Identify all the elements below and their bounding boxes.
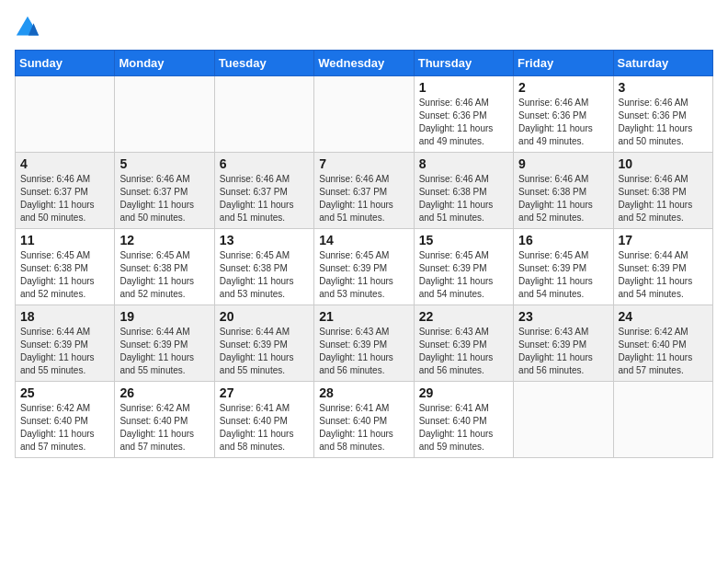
day-info: Sunrise: 6:45 AM Sunset: 6:39 PM Dayligh… [518, 249, 608, 301]
calendar-cell: 27Sunrise: 6:41 AM Sunset: 6:40 PM Dayli… [214, 382, 313, 458]
day-number: 3 [619, 80, 708, 95]
day-number: 14 [319, 233, 408, 247]
calendar-cell: 12Sunrise: 6:45 AM Sunset: 6:38 PM Dayli… [115, 229, 214, 305]
calendar-week-1: 1Sunrise: 6:46 AM Sunset: 6:36 PM Daylig… [16, 76, 713, 153]
calendar-cell: 14Sunrise: 6:45 AM Sunset: 6:39 PM Dayli… [314, 229, 414, 305]
day-number: 19 [119, 309, 209, 324]
day-info: Sunrise: 6:42 AM Sunset: 6:40 PM Dayligh… [20, 402, 109, 454]
weekday-header-friday: Friday [514, 51, 613, 76]
day-info: Sunrise: 6:46 AM Sunset: 6:37 PM Dayligh… [319, 173, 408, 224]
day-number: 15 [419, 233, 508, 247]
day-info: Sunrise: 6:43 AM Sunset: 6:39 PM Dayligh… [518, 326, 608, 377]
calendar-cell [514, 382, 613, 458]
day-number: 11 [20, 233, 109, 247]
calendar-table: SundayMondayTuesdayWednesdayThursdayFrid… [15, 50, 713, 458]
day-number: 9 [518, 156, 608, 171]
day-number: 24 [619, 309, 708, 324]
weekday-header-tuesday: Tuesday [214, 51, 313, 76]
day-info: Sunrise: 6:41 AM Sunset: 6:40 PM Dayligh… [419, 402, 508, 454]
day-number: 27 [220, 385, 309, 400]
calendar-cell: 5Sunrise: 6:46 AM Sunset: 6:37 PM Daylig… [115, 153, 214, 229]
calendar-cell: 10Sunrise: 6:46 AM Sunset: 6:38 PM Dayli… [613, 153, 712, 229]
calendar-cell: 25Sunrise: 6:42 AM Sunset: 6:40 PM Dayli… [16, 382, 115, 458]
day-info: Sunrise: 6:46 AM Sunset: 6:36 PM Dayligh… [619, 97, 708, 148]
calendar-cell: 18Sunrise: 6:44 AM Sunset: 6:39 PM Dayli… [16, 305, 115, 382]
calendar-cell [115, 76, 214, 153]
day-info: Sunrise: 6:42 AM Sunset: 6:40 PM Dayligh… [119, 402, 209, 454]
day-info: Sunrise: 6:44 AM Sunset: 6:39 PM Dayligh… [220, 326, 309, 377]
day-number: 4 [20, 156, 109, 171]
calendar-cell: 4Sunrise: 6:46 AM Sunset: 6:37 PM Daylig… [16, 153, 115, 229]
day-number: 28 [319, 385, 408, 400]
calendar-cell: 8Sunrise: 6:46 AM Sunset: 6:38 PM Daylig… [414, 153, 513, 229]
page-header [15, 15, 713, 40]
day-info: Sunrise: 6:44 AM Sunset: 6:39 PM Dayligh… [20, 326, 109, 377]
weekday-header-saturday: Saturday [613, 51, 712, 76]
day-number: 20 [220, 309, 309, 324]
weekday-header-sunday: Sunday [16, 51, 115, 76]
day-number: 7 [319, 156, 408, 171]
calendar-cell [613, 382, 712, 458]
calendar-week-3: 11Sunrise: 6:45 AM Sunset: 6:38 PM Dayli… [16, 229, 713, 305]
calendar-cell: 22Sunrise: 6:43 AM Sunset: 6:39 PM Dayli… [414, 305, 513, 382]
calendar-cell: 24Sunrise: 6:42 AM Sunset: 6:40 PM Dayli… [613, 305, 712, 382]
calendar-cell: 17Sunrise: 6:44 AM Sunset: 6:39 PM Dayli… [613, 229, 712, 305]
calendar-cell: 29Sunrise: 6:41 AM Sunset: 6:40 PM Dayli… [414, 382, 513, 458]
day-info: Sunrise: 6:44 AM Sunset: 6:39 PM Dayligh… [619, 249, 708, 301]
logo [15, 15, 44, 40]
calendar-cell: 26Sunrise: 6:42 AM Sunset: 6:40 PM Dayli… [115, 382, 214, 458]
day-number: 23 [518, 309, 608, 324]
day-info: Sunrise: 6:41 AM Sunset: 6:40 PM Dayligh… [319, 402, 408, 454]
logo-icon [15, 15, 40, 40]
day-info: Sunrise: 6:46 AM Sunset: 6:36 PM Dayligh… [419, 97, 508, 148]
calendar-cell: 3Sunrise: 6:46 AM Sunset: 6:36 PM Daylig… [613, 76, 712, 153]
weekday-header-wednesday: Wednesday [314, 51, 414, 76]
calendar-cell: 15Sunrise: 6:45 AM Sunset: 6:39 PM Dayli… [414, 229, 513, 305]
calendar-cell: 2Sunrise: 6:46 AM Sunset: 6:36 PM Daylig… [514, 76, 613, 153]
day-number: 18 [20, 309, 109, 324]
day-number: 13 [220, 233, 309, 247]
calendar-week-2: 4Sunrise: 6:46 AM Sunset: 6:37 PM Daylig… [16, 153, 713, 229]
day-number: 26 [119, 385, 209, 400]
day-number: 2 [518, 80, 608, 95]
day-info: Sunrise: 6:43 AM Sunset: 6:39 PM Dayligh… [419, 326, 508, 377]
day-number: 16 [518, 233, 608, 247]
calendar-cell [314, 76, 414, 153]
calendar-cell: 7Sunrise: 6:46 AM Sunset: 6:37 PM Daylig… [314, 153, 414, 229]
calendar-cell [16, 76, 115, 153]
day-number: 12 [119, 233, 209, 247]
calendar-cell: 19Sunrise: 6:44 AM Sunset: 6:39 PM Dayli… [115, 305, 214, 382]
day-info: Sunrise: 6:46 AM Sunset: 6:36 PM Dayligh… [518, 97, 608, 148]
day-number: 6 [220, 156, 309, 171]
weekday-header-monday: Monday [115, 51, 214, 76]
day-info: Sunrise: 6:45 AM Sunset: 6:38 PM Dayligh… [220, 249, 309, 301]
day-number: 22 [419, 309, 508, 324]
day-number: 17 [619, 233, 708, 247]
calendar-cell: 23Sunrise: 6:43 AM Sunset: 6:39 PM Dayli… [514, 305, 613, 382]
weekday-header-thursday: Thursday [414, 51, 513, 76]
calendar-week-5: 25Sunrise: 6:42 AM Sunset: 6:40 PM Dayli… [16, 382, 713, 458]
day-number: 5 [119, 156, 209, 171]
calendar-cell: 21Sunrise: 6:43 AM Sunset: 6:39 PM Dayli… [314, 305, 414, 382]
day-number: 25 [20, 385, 109, 400]
day-info: Sunrise: 6:46 AM Sunset: 6:37 PM Dayligh… [119, 173, 209, 224]
calendar-cell: 11Sunrise: 6:45 AM Sunset: 6:38 PM Dayli… [16, 229, 115, 305]
day-info: Sunrise: 6:44 AM Sunset: 6:39 PM Dayligh… [119, 326, 209, 377]
day-info: Sunrise: 6:46 AM Sunset: 6:37 PM Dayligh… [20, 173, 109, 224]
day-number: 1 [419, 80, 508, 95]
calendar-cell: 20Sunrise: 6:44 AM Sunset: 6:39 PM Dayli… [214, 305, 313, 382]
day-info: Sunrise: 6:45 AM Sunset: 6:38 PM Dayligh… [20, 249, 109, 301]
day-number: 29 [419, 385, 508, 400]
calendar-cell: 9Sunrise: 6:46 AM Sunset: 6:38 PM Daylig… [514, 153, 613, 229]
day-number: 8 [419, 156, 508, 171]
weekday-header-row: SundayMondayTuesdayWednesdayThursdayFrid… [16, 51, 713, 76]
calendar-week-4: 18Sunrise: 6:44 AM Sunset: 6:39 PM Dayli… [16, 305, 713, 382]
day-info: Sunrise: 6:41 AM Sunset: 6:40 PM Dayligh… [220, 402, 309, 454]
day-info: Sunrise: 6:45 AM Sunset: 6:38 PM Dayligh… [119, 249, 209, 301]
day-info: Sunrise: 6:43 AM Sunset: 6:39 PM Dayligh… [319, 326, 408, 377]
day-info: Sunrise: 6:46 AM Sunset: 6:38 PM Dayligh… [619, 173, 708, 224]
calendar-cell [214, 76, 313, 153]
calendar-cell: 16Sunrise: 6:45 AM Sunset: 6:39 PM Dayli… [514, 229, 613, 305]
calendar-cell: 1Sunrise: 6:46 AM Sunset: 6:36 PM Daylig… [414, 76, 513, 153]
day-info: Sunrise: 6:42 AM Sunset: 6:40 PM Dayligh… [619, 326, 708, 377]
